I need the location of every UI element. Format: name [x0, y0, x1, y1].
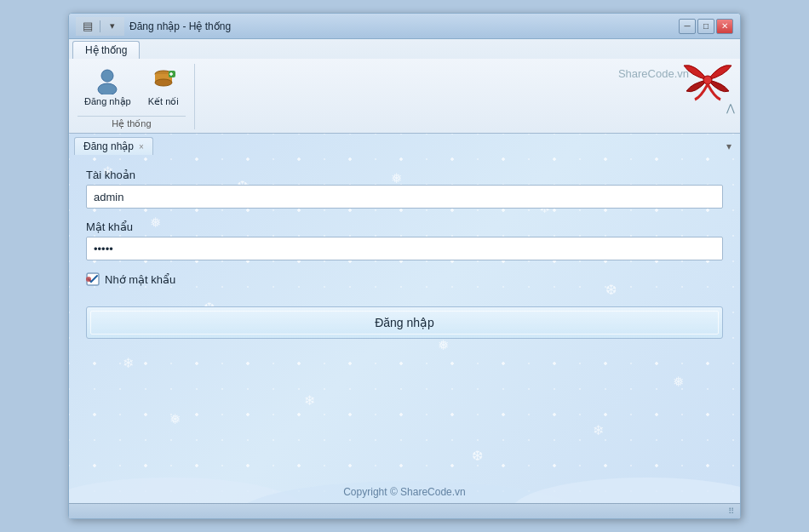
form-container: Tài khoản Mật khẩu Nhớ mật khẩu — [69, 155, 740, 481]
svg-point-8 — [703, 76, 712, 84]
ribbon-tab-hesystem[interactable]: Hệ thống — [72, 41, 140, 59]
window-title: Đăng nhập - Hệ thống — [129, 20, 231, 32]
tab-close-icon[interactable]: × — [139, 142, 144, 152]
ribbon-tab-strip: Hệ thống — [69, 39, 740, 59]
svg-point-10 — [86, 277, 91, 282]
copyright-text: Copyright © ShareCode.vn — [343, 486, 466, 498]
database-icon — [150, 67, 177, 94]
ribbon-content: Đăng nhập — [69, 59, 740, 133]
user-icon — [94, 67, 121, 94]
remember-label: Nhớ mật khẩu — [105, 273, 175, 286]
svg-point-1 — [98, 83, 117, 94]
minimize-button[interactable]: ─ — [679, 19, 696, 34]
tab-strip: Đăng nhập × ▾ — [69, 134, 740, 155]
restore-button[interactable]: □ — [697, 19, 714, 34]
footer: Copyright © ShareCode.vn — [69, 481, 740, 503]
bow-decoration — [682, 59, 733, 109]
username-input[interactable] — [86, 185, 723, 209]
title-bar: ▤ ▾ Đăng nhập - Hệ thống ─ □ ✕ — [69, 14, 740, 39]
title-bar-left: ▤ ▾ Đăng nhập - Hệ thống — [76, 17, 231, 36]
svg-point-4 — [155, 79, 172, 86]
close-button[interactable]: ✕ — [716, 19, 733, 34]
ribbon-collapse-icon[interactable]: ⋀ — [726, 102, 735, 114]
remember-checkbox-icon[interactable] — [86, 272, 100, 286]
status-bar: ⠿ — [69, 503, 740, 518]
sharecode-watermark: ShareCode.vn — [618, 67, 689, 80]
login-button[interactable]: Đăng nhập — [86, 306, 723, 339]
ribbon-btn-dangnhap-label: Đăng nhập — [84, 96, 131, 107]
ribbon-btn-ketnoi-label: Kết nối — [148, 96, 179, 107]
svg-point-0 — [101, 70, 113, 82]
ribbon: Hệ thống Đăng nhập — [69, 39, 740, 134]
main-content: ❄❅❆❄❅❆❄❅❄❆❅❄❆❄❅ Đăng nhập × ▾ Tài khoản … — [69, 134, 740, 503]
password-label: Mật khẩu — [86, 220, 723, 233]
login-button-label: Đăng nhập — [375, 316, 434, 329]
tab-label: Đăng nhập — [83, 140, 134, 152]
ribbon-buttons: Đăng nhập — [77, 64, 186, 111]
login-btn-container: Đăng nhập — [86, 306, 723, 339]
password-input[interactable] — [86, 237, 723, 260]
separator — [100, 20, 100, 32]
main-window: ▤ ▾ Đăng nhập - Hệ thống ─ □ ✕ Hệ thống — [68, 13, 741, 519]
ribbon-btn-ketnoi[interactable]: Kết nối — [141, 64, 186, 111]
ribbon-btn-dangnhap[interactable]: Đăng nhập — [77, 64, 138, 111]
app-icon: ▤ — [79, 19, 96, 34]
username-label: Tài khoản — [86, 169, 723, 181]
quick-access-toolbar: ▤ ▾ — [76, 17, 124, 36]
tab-dangnhap[interactable]: Đăng nhập × — [74, 137, 153, 155]
ribbon-group-label: Hệ thống — [77, 116, 186, 129]
quick-access-dropdown[interactable]: ▾ — [104, 19, 121, 34]
ribbon-group-hesystem: Đăng nhập — [77, 64, 195, 129]
tab-dropdown-icon[interactable]: ▾ — [726, 140, 732, 152]
username-group: Tài khoản — [86, 169, 723, 209]
title-controls: ─ □ ✕ — [679, 19, 733, 34]
remember-row: Nhớ mật khẩu — [86, 272, 723, 286]
resize-grip[interactable]: ⠿ — [725, 506, 737, 518]
password-group: Mật khẩu — [86, 220, 723, 260]
